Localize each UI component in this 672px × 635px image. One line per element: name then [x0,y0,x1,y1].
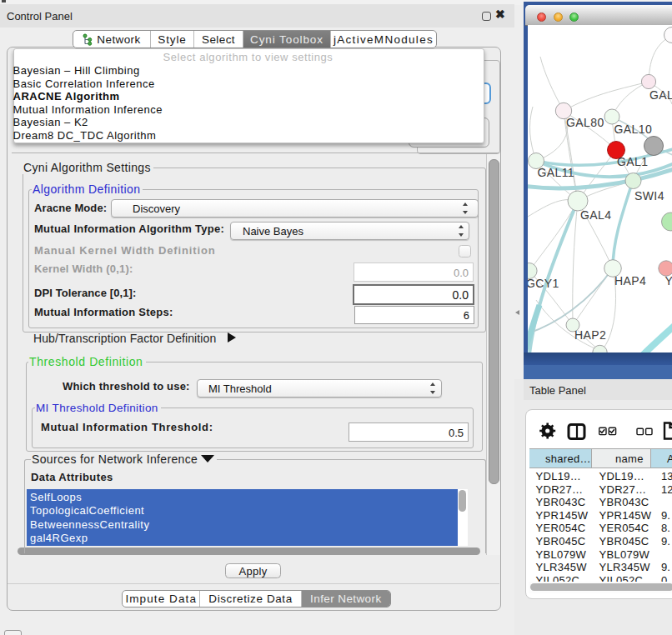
svg-text:GAL11: GAL11 [538,166,575,179]
svg-text:YE: YE [665,274,672,288]
svg-text:GCY1: GCY1 [528,277,559,290]
svg-text:GAL1: GAL1 [617,155,648,168]
svg-text:SWI4: SWI4 [634,189,664,202]
svg-text:HAP4: HAP4 [614,274,646,288]
svg-text:GAL10: GAL10 [614,122,653,136]
svg-text:HAP2: HAP2 [574,328,606,342]
svg-text:GAL80: GAL80 [566,116,604,129]
svg-text:GAL4: GAL4 [580,208,611,222]
svg-text:GAL7: GAL7 [649,88,672,102]
